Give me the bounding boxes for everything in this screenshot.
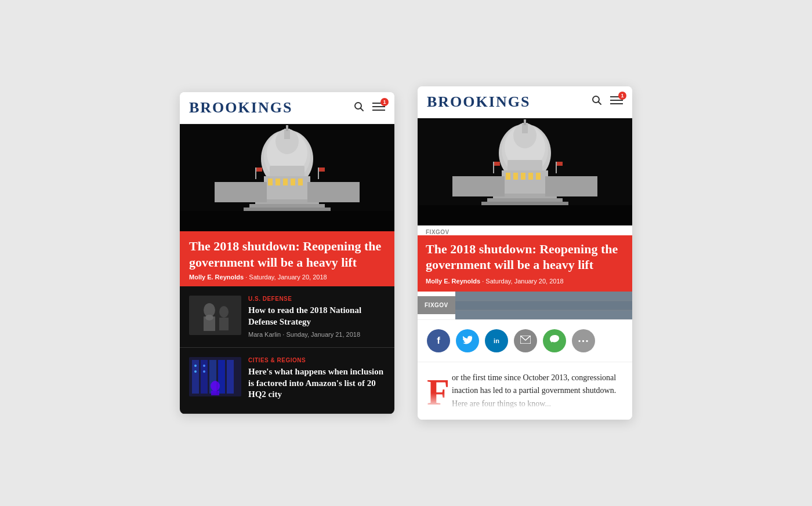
svg-rect-75	[557, 162, 563, 166]
svg-rect-22	[244, 208, 331, 211]
svg-rect-64	[521, 173, 525, 180]
svg-rect-16	[276, 179, 280, 185]
share-facebook-button[interactable]: f	[427, 329, 450, 352]
share-more-button[interactable]: ···	[572, 329, 595, 352]
article-category-2: CITIES & REGIONS	[248, 357, 385, 363]
hero-title-left: The 2018 shutdown: Reopening the governm…	[189, 238, 385, 270]
svg-rect-68	[487, 198, 563, 202]
hero-date-left: Saturday, January 20, 2018	[249, 274, 327, 281]
related-section[interactable]: FIXGOV	[418, 292, 632, 320]
detail-date: Saturday, January 20, 2018	[485, 278, 563, 285]
svg-rect-63	[513, 173, 518, 180]
svg-point-33	[219, 306, 229, 318]
svg-rect-18	[291, 179, 295, 185]
svg-rect-34	[219, 318, 229, 330]
svg-rect-74	[556, 162, 557, 173]
article-body: F or the first time since October 2013, …	[418, 362, 632, 420]
drop-cap: F	[427, 374, 449, 411]
svg-rect-65	[528, 173, 533, 180]
menu-icon-right[interactable]: 1	[610, 95, 623, 108]
svg-point-46	[203, 365, 205, 367]
article-content-2: CITIES & REGIONS Here's what happens whe…	[248, 357, 385, 404]
svg-point-47	[203, 370, 205, 373]
svg-rect-70	[452, 176, 505, 196]
svg-line-1	[361, 108, 364, 111]
svg-rect-12	[286, 125, 288, 131]
svg-line-49	[599, 102, 601, 105]
linkedin-icon: in	[494, 337, 499, 344]
detail-meta: Molly E. Reynolds · Saturday, January 20…	[426, 278, 624, 285]
hero-title-block-left[interactable]: The 2018 shutdown: Reopening the governm…	[180, 231, 394, 286]
svg-rect-23	[215, 182, 267, 202]
svg-rect-19	[298, 179, 303, 185]
svg-rect-78	[455, 292, 632, 301]
svg-rect-27	[318, 168, 319, 179]
detail-title: The 2018 shutdown: Reopening the governm…	[426, 241, 624, 273]
svg-rect-66	[536, 173, 541, 180]
hero-image-left	[180, 124, 394, 231]
header-icons-right: 1	[592, 95, 623, 108]
svg-point-42	[211, 381, 220, 391]
brookings-logo-right: BROOKINGS	[427, 93, 530, 111]
email-icon	[520, 336, 531, 346]
svg-rect-71	[545, 176, 597, 196]
svg-rect-24	[307, 182, 360, 202]
article-item-2[interactable]: CITIES & REGIONS Here's what happens whe…	[180, 348, 394, 414]
brookings-logo-left: BROOKINGS	[189, 99, 292, 117]
related-image	[455, 292, 632, 319]
svg-rect-25	[255, 168, 256, 179]
twitter-icon	[462, 334, 473, 347]
menu-icon-left[interactable]: 1	[372, 101, 385, 115]
article-item-1[interactable]: U.S. DEFENSE How to read the 2018 Nation…	[180, 286, 394, 348]
share-linkedin-button[interactable]: in	[485, 329, 508, 352]
share-message-button[interactable]	[543, 329, 566, 352]
article-body-content: F or the first time since October 2013, …	[427, 372, 623, 410]
search-icon-left[interactable]	[354, 101, 364, 115]
svg-rect-79	[455, 301, 632, 310]
facebook-icon: f	[437, 335, 440, 347]
svg-rect-73	[494, 162, 500, 166]
share-row: f in	[418, 320, 632, 362]
svg-rect-15	[268, 179, 273, 185]
detail-category-bar[interactable]: FIXGOV	[418, 225, 632, 235]
article-title-1: How to read the 2018 National Defense St…	[248, 305, 385, 327]
header-right: BROOKINGS 1	[418, 86, 632, 118]
svg-rect-26	[256, 168, 262, 172]
left-phone: BROOKINGS 1	[180, 92, 394, 414]
svg-rect-13	[270, 166, 304, 177]
svg-rect-80	[455, 310, 632, 319]
search-icon-right[interactable]	[592, 95, 602, 108]
share-twitter-button[interactable]	[456, 329, 479, 352]
svg-rect-62	[506, 173, 510, 180]
svg-rect-41	[227, 360, 234, 394]
article-thumb-1	[189, 296, 241, 335]
header-left: BROOKINGS 1	[180, 92, 394, 124]
detail-author: Molly E. Reynolds	[426, 278, 480, 285]
svg-point-44	[194, 365, 197, 367]
related-label: FIXGOV	[418, 296, 455, 314]
svg-rect-29	[180, 211, 394, 231]
body-text: or the first time since October 2013, co…	[452, 373, 616, 408]
right-phone: BROOKINGS 1	[418, 86, 632, 420]
menu-badge-left: 1	[380, 98, 389, 106]
svg-rect-28	[319, 168, 325, 172]
article-thumb-2	[189, 357, 241, 396]
detail-title-block: The 2018 shutdown: Reopening the governm…	[418, 235, 632, 292]
menu-badge-right: 1	[618, 92, 626, 100]
hero-meta-left: Molly E. Reynolds · Saturday, January 20…	[189, 274, 385, 281]
article-author-1: Mara Karlin · Sunday, January 21, 2018	[248, 331, 385, 338]
article-content-1: U.S. DEFENSE How to read the 2018 Nation…	[248, 296, 385, 338]
svg-point-35	[205, 315, 213, 321]
message-icon	[549, 334, 560, 347]
svg-rect-43	[211, 391, 219, 395]
svg-rect-72	[493, 162, 494, 173]
hero-author-left: Molly E. Reynolds	[189, 274, 244, 281]
share-email-button[interactable]	[514, 329, 537, 352]
article-list-left: U.S. DEFENSE How to read the 2018 Nation…	[180, 286, 394, 414]
svg-rect-76	[418, 205, 632, 225]
svg-rect-59	[524, 119, 526, 125]
svg-rect-17	[283, 179, 288, 185]
svg-rect-60	[507, 160, 542, 172]
more-icon: ···	[578, 335, 589, 347]
header-icons-left: 1	[354, 101, 385, 115]
